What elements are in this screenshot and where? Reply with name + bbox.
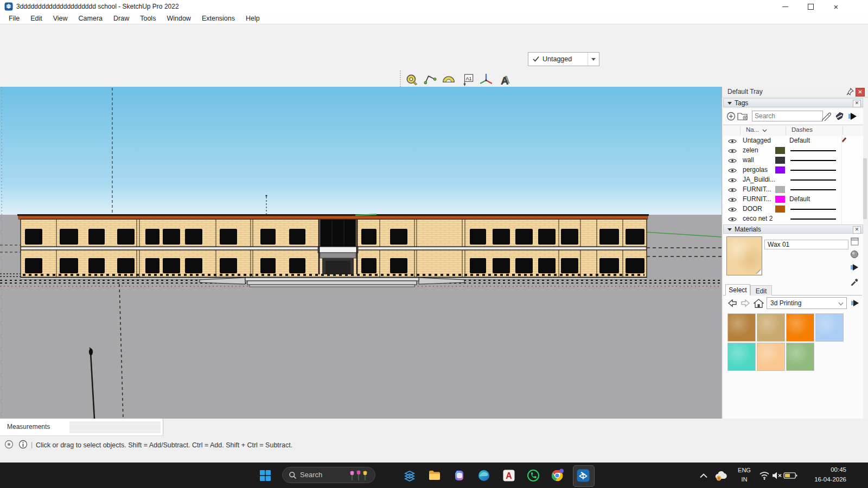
tag-dashes-line[interactable]	[790, 179, 836, 181]
close-button[interactable]: ×	[824, 0, 848, 13]
pin-icon[interactable]	[846, 88, 854, 95]
tag-row-door[interactable]: DOOR	[723, 204, 863, 214]
visibility-eye-icon[interactable]	[728, 138, 737, 144]
menu-draw[interactable]: Draw	[108, 13, 135, 24]
menu-extensions[interactable]: Extensions	[196, 13, 240, 24]
tags-scrollbar[interactable]	[864, 108, 867, 224]
school-building-model[interactable]	[17, 214, 649, 287]
tag-dashes-line[interactable]	[790, 150, 836, 151]
tags-section-header[interactable]: Tags ✕	[723, 98, 863, 107]
tag-dashes-line[interactable]	[790, 160, 836, 161]
tag-color-swatch[interactable]	[775, 196, 785, 203]
tag-row-furnit[interactable]: FURNIT...	[723, 185, 863, 195]
material-swatch-2[interactable]	[757, 313, 785, 342]
secondary-pane-icon[interactable]	[849, 236, 860, 247]
column-dashes[interactable]: Dashes	[792, 126, 813, 133]
collapse-triangle-icon[interactable]	[727, 102, 732, 105]
home-icon[interactable]	[752, 297, 764, 309]
collection-details-arrow-icon[interactable]	[849, 297, 861, 309]
taskbar-whatsapp-icon[interactable]	[526, 468, 540, 483]
taskbar-copilot-icon[interactable]	[452, 468, 467, 483]
scrollbar-thumb[interactable]	[863, 158, 867, 219]
tag-dashes-value[interactable]: Default	[789, 195, 810, 203]
paint-details-arrow-icon[interactable]	[849, 262, 860, 273]
material-swatch-5[interactable]	[727, 343, 756, 371]
volume-muted-icon[interactable]	[770, 468, 784, 483]
visibility-eye-icon[interactable]	[728, 216, 737, 222]
visibility-eye-icon[interactable]	[728, 148, 737, 154]
menu-help[interactable]: Help	[240, 13, 265, 24]
material-swatch-6[interactable]	[757, 343, 785, 371]
language-indicator[interactable]: ENG IN	[735, 466, 754, 485]
tag-color-swatch[interactable]	[775, 186, 785, 193]
visibility-eye-icon[interactable]	[728, 197, 737, 203]
taskbar-clock[interactable]: 00:45 16-04-2026	[797, 465, 846, 485]
tag-filter-dropdown[interactable]: Untagged	[528, 52, 599, 66]
visibility-eye-icon[interactable]	[728, 207, 737, 213]
taskbar-sketchup-pro-icon[interactable]	[576, 468, 590, 483]
material-name-field[interactable]: Wax 01	[764, 240, 848, 249]
tag-dashes-line[interactable]	[790, 209, 836, 210]
onedrive-cloud-icon[interactable]: !	[714, 468, 728, 483]
add-tag-icon[interactable]	[725, 111, 736, 121]
battery-icon[interactable]	[783, 468, 797, 483]
create-material-icon[interactable]	[849, 249, 860, 260]
menu-window[interactable]: Window	[161, 13, 196, 24]
taskbar-edge-icon[interactable]	[477, 468, 491, 483]
tag-row-wall[interactable]: wall	[723, 156, 863, 165]
geolocation-icon[interactable]	[4, 440, 14, 450]
taskbar-sketchup-layers-icon[interactable]	[403, 468, 417, 483]
menu-file[interactable]: File	[3, 13, 25, 24]
tab-edit[interactable]: Edit	[750, 285, 772, 296]
tag-row-pergolas[interactable]: pergolas	[723, 165, 863, 175]
material-preview[interactable]	[726, 236, 762, 275]
visibility-eye-icon[interactable]	[728, 168, 737, 174]
visibility-eye-icon[interactable]	[728, 177, 737, 183]
modeling-viewport[interactable]	[0, 87, 722, 419]
measurements-value-box[interactable]	[69, 421, 161, 433]
tag-color-swatch[interactable]	[775, 157, 785, 164]
info-icon[interactable]	[18, 440, 28, 450]
tag-dashes-line[interactable]	[790, 189, 836, 190]
material-swatch-4[interactable]	[815, 313, 844, 342]
menu-edit[interactable]: Edit	[25, 13, 48, 24]
menu-camera[interactable]: Camera	[73, 13, 108, 24]
start-button[interactable]	[258, 468, 272, 483]
taskbar-autocad-icon[interactable]: A	[502, 468, 516, 483]
tag-row-zelen[interactable]: zelen	[723, 146, 863, 156]
edit-dashes-pencil-icon[interactable]	[839, 137, 847, 145]
tag-color-swatch[interactable]	[775, 166, 785, 174]
taskbar-chrome-icon[interactable]	[551, 468, 565, 483]
tag-row-untagged[interactable]: UntaggedDefault	[723, 136, 863, 146]
tag-color-swatch[interactable]	[775, 206, 785, 213]
column-name[interactable]: Na...	[746, 126, 759, 133]
tag-dashes-line[interactable]	[790, 219, 836, 220]
tag-dashes-line[interactable]	[790, 170, 836, 171]
maximize-button[interactable]	[798, 0, 823, 13]
taskbar-chevron-up-icon[interactable]	[697, 468, 711, 483]
taskbar-search[interactable]: Search	[282, 467, 375, 483]
tab-select[interactable]: Select	[725, 284, 750, 296]
material-swatch-7[interactable]	[786, 343, 814, 371]
tags-close-icon[interactable]: ✕	[853, 100, 861, 107]
tags-search-input[interactable]	[752, 111, 823, 121]
wifi-icon[interactable]	[757, 468, 771, 483]
materials-section-header[interactable]: Materials ✕	[723, 224, 863, 234]
visibility-eye-icon[interactable]	[728, 158, 737, 164]
tag-row-furnit[interactable]: FURNIT...Default	[723, 195, 863, 204]
material-swatch-3[interactable]	[786, 313, 814, 342]
materials-collection-dropdown[interactable]: 3d Printing	[767, 297, 847, 309]
tray-close-icon[interactable]: ✕	[856, 88, 865, 97]
tags-column-header[interactable]: Na... Dashes	[723, 125, 863, 137]
purge-tags-icon[interactable]	[834, 111, 845, 121]
edit-tag-pencil-icon[interactable]	[821, 111, 832, 121]
chevron-down-icon[interactable]	[588, 53, 599, 66]
menu-view[interactable]: View	[48, 13, 73, 24]
menu-tools[interactable]: Tools	[135, 13, 161, 24]
back-arrow-icon[interactable]	[726, 297, 738, 309]
tag-row-ja-buildi[interactable]: JA_Buildi...	[723, 175, 863, 185]
forward-arrow-icon[interactable]	[739, 297, 751, 309]
tag-dashes-value[interactable]: Default	[789, 137, 810, 144]
minimize-button[interactable]	[773, 0, 797, 13]
add-tag-folder-icon[interactable]	[737, 111, 748, 121]
